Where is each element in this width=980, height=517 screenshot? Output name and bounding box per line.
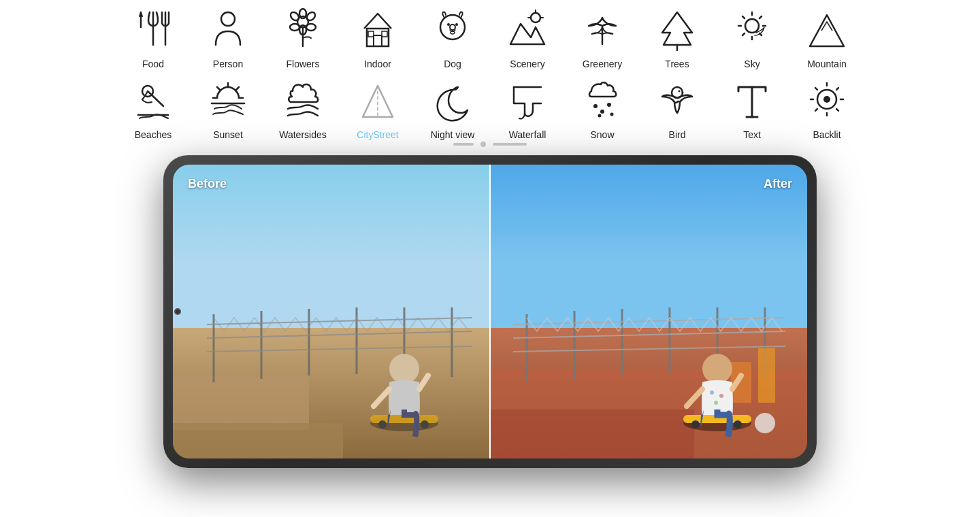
citystreet-icon	[357, 78, 398, 125]
svg-point-107	[755, 413, 775, 433]
trees-category[interactable]: Trees	[640, 7, 715, 69]
indoor-category[interactable]: Indoor	[340, 7, 415, 69]
phone-container: Before After	[0, 155, 980, 468]
sunset-icon	[208, 78, 248, 125]
svg-point-57	[679, 90, 681, 93]
svg-point-112	[702, 354, 732, 384]
sky-label: Sky	[744, 59, 760, 69]
svg-point-115	[714, 401, 718, 405]
food-category[interactable]: Food	[116, 7, 191, 69]
svg-point-22	[447, 23, 450, 26]
svg-point-20	[440, 15, 465, 39]
flowers-label: Flowers	[286, 59, 319, 69]
svg-point-56	[672, 87, 683, 98]
svg-line-41	[148, 91, 163, 106]
svg-point-25	[531, 13, 540, 22]
bird-category[interactable]: Bird	[640, 78, 715, 140]
trees-label: Trees	[665, 59, 689, 69]
beaches-label: Beaches	[135, 129, 172, 140]
main-container: Food Person	[0, 0, 980, 468]
svg-line-44	[217, 87, 220, 90]
citystreet-category[interactable]: CityStreet	[340, 78, 415, 140]
svg-point-113	[710, 390, 714, 395]
svg-point-31	[745, 19, 759, 33]
phone-screen: Before After	[173, 165, 807, 458]
icon-row-1: Food Person	[116, 7, 864, 75]
svg-point-13	[290, 24, 299, 31]
svg-rect-19	[382, 31, 387, 37]
greenery-label: Greenery	[583, 59, 622, 69]
watersides-label: Watersides	[279, 129, 327, 140]
top-notch-area	[453, 141, 527, 147]
svg-rect-92	[490, 165, 807, 328]
nightview-category[interactable]: Night view	[415, 78, 490, 140]
svg-rect-18	[368, 31, 374, 37]
svg-rect-74	[173, 376, 309, 430]
svg-point-111	[734, 420, 742, 429]
svg-point-55	[610, 113, 614, 116]
snow-label: Snow	[590, 129, 614, 140]
svg-line-69	[815, 109, 817, 111]
sky-category[interactable]: Sky	[715, 7, 789, 69]
text-category[interactable]: Text	[715, 78, 789, 140]
person-label: Person	[213, 59, 243, 69]
side-camera	[174, 308, 181, 315]
mountain-icon	[806, 7, 847, 54]
sunset-category[interactable]: Sunset	[191, 78, 265, 140]
split-divider	[489, 165, 491, 458]
bird-icon	[657, 78, 698, 125]
svg-point-24	[451, 31, 455, 34]
svg-point-110	[691, 420, 700, 429]
bird-label: Bird	[669, 129, 686, 140]
backlit-category[interactable]: Backlit	[789, 78, 864, 140]
mountain-label: Mountain	[807, 59, 847, 69]
phone-body: Before After	[163, 155, 817, 468]
person-icon	[208, 7, 248, 54]
svg-point-52	[600, 110, 604, 114]
snow-category[interactable]: Snow	[565, 78, 640, 140]
camera-top	[480, 141, 486, 147]
svg-point-23	[455, 23, 458, 26]
food-label: Food	[142, 59, 164, 69]
food-icon	[133, 7, 174, 54]
svg-point-114	[719, 394, 723, 398]
person-category[interactable]: Person	[191, 7, 265, 69]
svg-point-7	[221, 12, 235, 26]
beaches-category[interactable]: Beaches	[116, 78, 191, 140]
svg-point-51	[593, 104, 598, 108]
flowers-category[interactable]: Flowers	[265, 7, 340, 69]
svg-rect-106	[758, 348, 775, 403]
snow-icon	[582, 78, 623, 125]
scenery-label: Scenery	[510, 59, 544, 69]
greenery-category[interactable]: Greenery	[565, 7, 640, 69]
icon-row-2: Beaches Sunset	[116, 78, 864, 146]
backlit-label: Backlit	[813, 129, 840, 140]
waterfall-icon	[507, 78, 548, 125]
watersides-icon	[282, 78, 323, 125]
svg-line-68	[836, 88, 838, 90]
svg-point-21	[450, 24, 455, 30]
svg-rect-95	[490, 410, 694, 458]
svg-rect-17	[374, 35, 382, 46]
mountain-category[interactable]: Mountain	[789, 7, 864, 69]
beaches-icon	[133, 78, 174, 125]
after-label: After	[764, 177, 792, 191]
svg-line-36	[742, 16, 745, 18]
dog-icon	[432, 7, 473, 54]
waterfall-category[interactable]: Waterfall	[490, 78, 565, 140]
before-label: Before	[188, 177, 227, 191]
scenery-icon	[507, 7, 548, 54]
scenery-category[interactable]: Scenery	[490, 7, 565, 69]
icons-section: Food Person	[0, 0, 980, 148]
svg-point-61	[823, 96, 830, 103]
text-icon	[732, 78, 772, 125]
svg-rect-75	[173, 423, 343, 458]
nightview-icon	[432, 78, 473, 125]
dog-category[interactable]: Dog	[415, 7, 490, 69]
svg-point-11	[306, 24, 316, 31]
svg-line-38	[760, 16, 762, 18]
watersides-category[interactable]: Watersides	[265, 78, 340, 140]
svg-point-88	[421, 420, 429, 429]
svg-line-66	[815, 88, 817, 90]
flowers-icon	[282, 7, 323, 54]
